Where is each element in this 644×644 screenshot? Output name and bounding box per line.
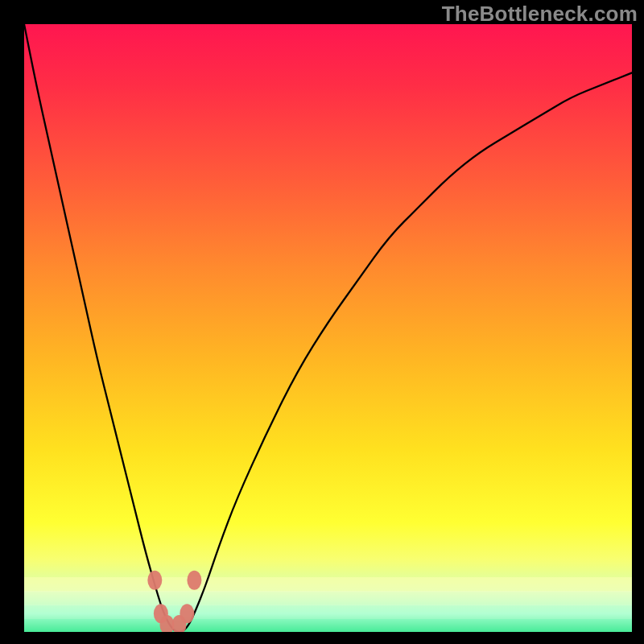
plot-area <box>24 24 632 632</box>
svg-rect-1 <box>24 591 632 605</box>
svg-rect-2 <box>24 605 632 618</box>
svg-point-4 <box>147 571 162 590</box>
svg-rect-3 <box>24 618 632 632</box>
chart-frame: TheBottleneck.com <box>0 0 644 644</box>
bottleneck-chart <box>24 24 632 632</box>
safe-band <box>24 577 632 632</box>
svg-rect-0 <box>24 577 632 591</box>
watermark-label: TheBottleneck.com <box>442 2 638 27</box>
svg-point-9 <box>187 571 201 590</box>
svg-point-8 <box>180 604 194 623</box>
